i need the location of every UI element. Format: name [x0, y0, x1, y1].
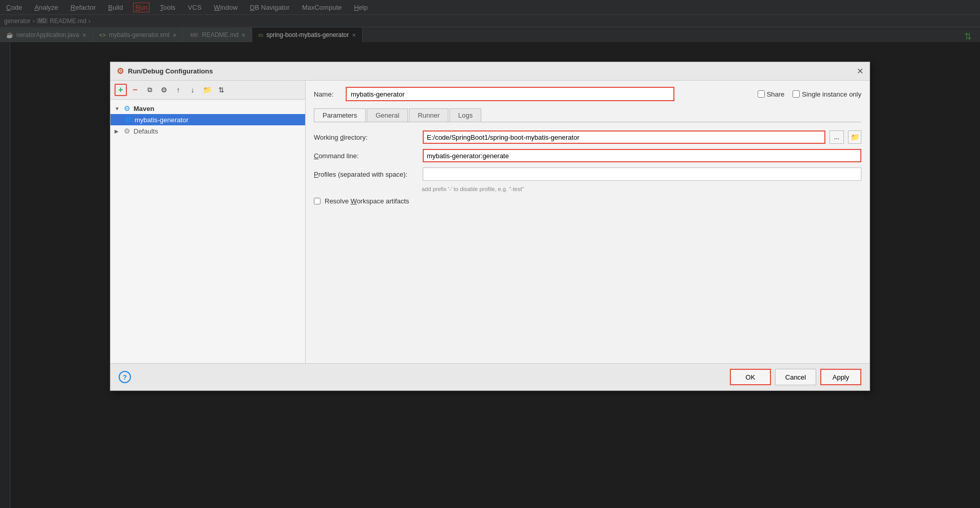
- right-panel: Name: Share Single instance only: [306, 81, 870, 363]
- tab-parameters[interactable]: Parameters: [314, 108, 366, 122]
- dialog-body: + − ⧉ ⚙ ↑ ↓ 📁 ⇅ ▼ ⚙: [110, 81, 870, 363]
- dialog-title-left: ⚙ Run/Debug Configurations: [117, 66, 213, 76]
- left-panel: + − ⧉ ⚙ ↑ ↓ 📁 ⇅ ▼ ⚙: [110, 81, 306, 363]
- maven-gear-icon: ⚙: [124, 104, 130, 112]
- folder-button[interactable]: 📁: [201, 84, 213, 96]
- tree-defaults-label: Defaults: [134, 127, 158, 135]
- config-tabs: Parameters General Runner Logs: [314, 108, 861, 122]
- apply-button[interactable]: Apply: [820, 369, 861, 385]
- tree-expander-maven: ▼: [115, 106, 121, 111]
- tree-maven[interactable]: ▼ ⚙ Maven: [110, 103, 305, 114]
- run-debug-dialog: ⚙ Run/Debug Configurations ✕ + − ⧉ ⚙ ↑: [110, 62, 870, 391]
- dialog-overlay: ⚙ Run/Debug Configurations ✕ + − ⧉ ⚙ ↑: [0, 0, 980, 508]
- cancel-button[interactable]: Cancel: [775, 369, 816, 385]
- checkboxes-row: Share Single instance only: [758, 90, 861, 98]
- profiles-label: Profiles (separated with space):: [314, 171, 417, 178]
- settings-config-button[interactable]: ⚙: [158, 84, 170, 96]
- tab-general[interactable]: General: [367, 108, 408, 122]
- dialog-title-icon: ⚙: [117, 66, 124, 76]
- single-instance-checkbox-item: Single instance only: [793, 90, 861, 98]
- add-config-button[interactable]: +: [115, 84, 127, 96]
- sort-button[interactable]: ⇅: [215, 84, 228, 96]
- working-dir-row: Working directory: ... 📁: [314, 130, 861, 144]
- command-line-label: Command line:: [314, 152, 417, 160]
- defaults-gear-icon: ⚙: [124, 127, 130, 135]
- profiles-hint: add prefix '-' to disable profile, e.g. …: [422, 186, 861, 192]
- help-button[interactable]: ?: [119, 371, 131, 383]
- move-up-button[interactable]: ↑: [172, 84, 184, 96]
- mybatis-gear-icon: ⚙: [125, 116, 131, 124]
- tab-runner[interactable]: Runner: [409, 108, 448, 122]
- working-dir-label: Working directory:: [314, 134, 417, 141]
- browse-dots-label: ...: [834, 134, 839, 141]
- resolve-label[interactable]: Resolve Workspace artifacts: [325, 197, 409, 205]
- ide-background: Code Analyze Refactor Build Run Tools VC…: [0, 0, 980, 508]
- dialog-footer: ? OK Cancel Apply: [110, 363, 870, 390]
- tree-mybatis-generator[interactable]: ⚙ mybatis-generator: [110, 114, 305, 125]
- move-down-button[interactable]: ↓: [186, 84, 199, 96]
- share-checkbox[interactable]: [758, 90, 765, 98]
- command-line-row: Command line:: [314, 149, 861, 162]
- command-line-input[interactable]: [423, 149, 861, 162]
- single-instance-label: Single instance only: [802, 90, 861, 98]
- folder-icon-button[interactable]: 📁: [848, 130, 861, 144]
- dialog-close-button[interactable]: ✕: [857, 67, 863, 76]
- tree-maven-label: Maven: [134, 105, 154, 112]
- tree-area: ▼ ⚙ Maven ⚙ mybatis-generator ▶ ⚙ Def: [110, 100, 305, 363]
- working-dir-input[interactable]: [423, 130, 825, 144]
- parameters-content: Working directory: ... 📁: [314, 130, 861, 205]
- dialog-titlebar: ⚙ Run/Debug Configurations ✕: [110, 62, 870, 81]
- name-label: Name:: [314, 90, 340, 98]
- name-input[interactable]: [346, 87, 674, 101]
- resolve-row: Resolve Workspace artifacts: [314, 197, 861, 205]
- profiles-input[interactable]: [423, 167, 861, 181]
- left-panel-toolbar: + − ⧉ ⚙ ↑ ↓ 📁 ⇅: [110, 81, 305, 100]
- tree-mybatis-label: mybatis-generator: [135, 116, 189, 124]
- share-checkbox-item: Share: [758, 90, 785, 98]
- tab-logs[interactable]: Logs: [449, 108, 481, 122]
- single-instance-checkbox[interactable]: [793, 90, 800, 98]
- tree-expander-defaults: ▶: [115, 128, 121, 134]
- folder-icon: 📁: [851, 133, 859, 141]
- dialog-title-text: Run/Debug Configurations: [128, 67, 213, 75]
- resolve-checkbox[interactable]: [314, 198, 321, 204]
- profiles-row: Profiles (separated with space):: [314, 167, 861, 181]
- browse-button[interactable]: ...: [830, 130, 844, 144]
- share-label: Share: [767, 90, 785, 98]
- copy-config-button[interactable]: ⧉: [143, 84, 156, 96]
- ok-button[interactable]: OK: [730, 369, 771, 385]
- remove-config-button[interactable]: −: [129, 84, 141, 96]
- tree-defaults[interactable]: ▶ ⚙ Defaults: [110, 125, 305, 137]
